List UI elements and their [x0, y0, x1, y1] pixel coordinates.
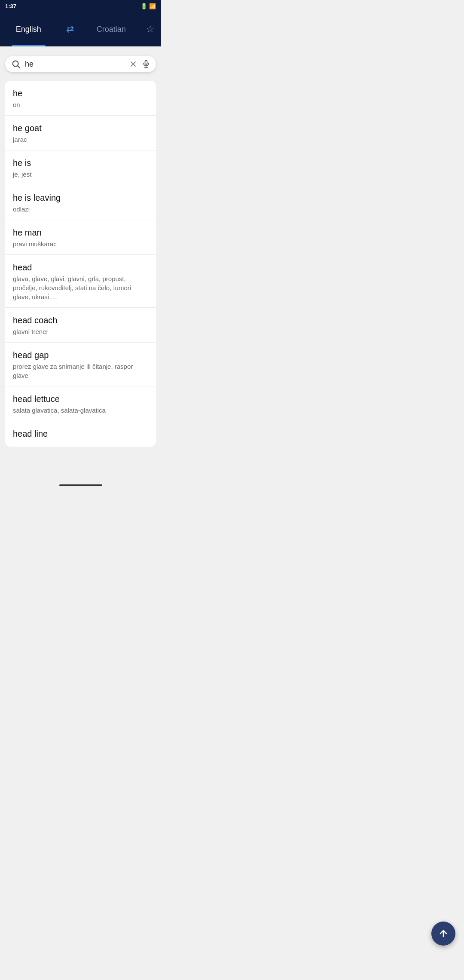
list-item[interactable]: he is leavingodlazi [5, 185, 156, 220]
tab-english[interactable]: English [0, 12, 57, 46]
result-translation: glava, glave, glavi, glavni, grla, propu… [13, 274, 148, 301]
status-time: 1:37 [5, 3, 16, 9]
list-item[interactable]: headglava, glave, glavi, glavni, grla, p… [5, 255, 156, 308]
list-item[interactable]: he goatjarac [5, 116, 156, 150]
status-bar: 1:37 🔋 📶 [0, 0, 161, 12]
result-translation: prorez glave za snimanje ili čitanje, ra… [13, 362, 148, 380]
svg-rect-4 [145, 61, 147, 64]
result-english: he is [13, 158, 148, 168]
result-english: head gap [13, 350, 148, 360]
svg-line-1 [18, 66, 20, 68]
result-english: he goat [13, 123, 148, 133]
search-input[interactable] [25, 60, 125, 69]
battery-icon: 🔋 [140, 3, 147, 9]
results-list: heonhe goatjarache isje, jesthe is leavi… [5, 81, 156, 447]
swap-button[interactable]: ⇄ [57, 24, 83, 35]
result-translation: odlazi [13, 205, 148, 214]
result-english: he man [13, 228, 148, 238]
star-icon: ☆ [146, 24, 155, 35]
search-bar [5, 56, 156, 72]
status-icons: 🔋 📶 [140, 3, 156, 9]
result-english: he [13, 89, 148, 98]
result-translation: glavni trener [13, 327, 148, 336]
result-translation: pravi muškarac [13, 239, 148, 248]
signal-icon: 📶 [149, 3, 156, 9]
result-translation: on [13, 100, 148, 109]
list-item[interactable]: he manpravi muškarac [5, 220, 156, 255]
list-item[interactable]: head gapprorez glave za snimanje ili čit… [5, 343, 156, 386]
search-icon [11, 59, 21, 69]
list-item[interactable]: he isje, jest [5, 150, 156, 185]
favorites-button[interactable]: ☆ [140, 24, 161, 35]
nav-bar [0, 481, 161, 490]
list-item[interactable]: head line [5, 421, 156, 447]
list-item[interactable]: head lettucesalata glavatica, salata-gla… [5, 386, 156, 421]
clear-button[interactable] [129, 60, 137, 68]
nav-indicator [59, 484, 102, 486]
list-item[interactable]: heon [5, 81, 156, 116]
result-translation: salata glavatica, salata-glavatica [13, 406, 148, 415]
result-english: head lettuce [13, 394, 148, 404]
result-translation: jarac [13, 135, 148, 144]
swap-icon: ⇄ [66, 24, 74, 35]
mic-button[interactable] [142, 60, 150, 68]
result-english: he is leaving [13, 193, 148, 203]
result-english: head coach [13, 315, 148, 325]
result-translation: je, jest [13, 170, 148, 179]
header: English ⇄ Croatian ☆ [0, 12, 161, 46]
list-item[interactable]: head coachglavni trener [5, 308, 156, 343]
result-english: head [13, 263, 148, 273]
tab-croatian[interactable]: Croatian [83, 12, 140, 46]
result-english: head line [13, 429, 148, 439]
